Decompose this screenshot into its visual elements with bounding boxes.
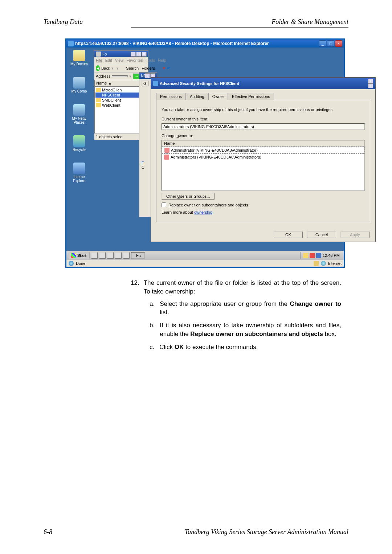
- desktop-icon-mynet[interactable]: My Netw Places: [67, 104, 91, 124]
- mydocs-icon: [73, 50, 85, 61]
- desktop-icon-mycomp[interactable]: My Comp: [67, 77, 91, 93]
- desktop-label: Recycle: [73, 148, 86, 152]
- explorer-toolbar: ◄ Back ▾ ▾ Search Folders ✕ ↶: [94, 64, 148, 72]
- ie-titlebar: https://146.59.102.27:8098 - VIKING-E40C…: [66, 40, 344, 48]
- replace-owner-checkbox[interactable]: Replace owner on subcontainers and objec…: [162, 202, 365, 207]
- tab-effective[interactable]: Effective Permissions: [228, 93, 274, 100]
- taskbar: Start F:\ 12:46 PM: [66, 251, 344, 260]
- menu-file[interactable]: File: [96, 58, 102, 63]
- change-owner-label: Change owner to:: [162, 134, 365, 138]
- cancel-button[interactable]: Cancel: [307, 231, 336, 238]
- explorer-menubar: File Edit View Favorites Tools Help: [94, 57, 148, 64]
- owner-panel: You can take or assign ownership of this…: [156, 100, 370, 222]
- adv-title-text: Advanced Security Settings for NFSClient: [160, 81, 368, 86]
- close-button[interactable]: ×: [368, 83, 373, 88]
- folders-label[interactable]: Folders: [142, 66, 155, 70]
- page-number: 6-8: [44, 528, 116, 536]
- tab-auditing[interactable]: Auditing: [186, 93, 208, 100]
- mynet-icon: [73, 104, 85, 116]
- delete-icon[interactable]: ✕: [162, 66, 166, 71]
- sub-a-num: a.: [150, 300, 155, 317]
- quicklaunch-icon[interactable]: [107, 252, 114, 259]
- search-label[interactable]: Search: [126, 66, 139, 70]
- menu-view[interactable]: View: [115, 58, 124, 63]
- owner-row[interactable]: Administrators (VIKING-E40CD3A8\Administ…: [162, 154, 364, 160]
- adv-titlebar: Advanced Security Settings for NFSClient…: [151, 78, 375, 89]
- help-button[interactable]: ?: [145, 73, 150, 78]
- drive-icon: [96, 52, 101, 57]
- current-owner-label: Current owner of this item:: [162, 117, 365, 121]
- group-icon: [164, 155, 169, 160]
- windows-flag-icon: [71, 253, 76, 258]
- taskbar-task[interactable]: F:\: [131, 252, 145, 259]
- desktop-icon-ie[interactable]: Interne Explore: [67, 163, 91, 183]
- exp-max-button[interactable]: □: [136, 52, 141, 57]
- tray-icon[interactable]: [316, 253, 321, 258]
- other-users-button[interactable]: Other Users or Groups...: [162, 193, 215, 200]
- back-label[interactable]: Back: [101, 66, 110, 70]
- apply-button[interactable]: Apply: [340, 231, 369, 238]
- user-icon: [164, 148, 170, 153]
- tab-owner[interactable]: Owner: [208, 93, 228, 100]
- folder-icon: [96, 93, 101, 97]
- header-rule: [131, 27, 348, 28]
- desktop-label: Interne Explore: [73, 175, 85, 183]
- help-button[interactable]: ?: [368, 79, 373, 83]
- menu-tools[interactable]: Tools: [146, 58, 155, 63]
- folder-icon: [96, 98, 101, 102]
- recycle-icon: [73, 135, 85, 147]
- sub-c-num: c.: [150, 343, 154, 352]
- step-text: The current owner of the file or folder …: [144, 279, 341, 296]
- exp-min-button[interactable]: _: [131, 52, 136, 57]
- sub-a-text: Select the appropriate user or group fro…: [160, 300, 341, 317]
- desktop-icon-recycle[interactable]: Recycle: [67, 135, 91, 152]
- tray-icon[interactable]: [303, 253, 308, 258]
- minimize-button[interactable]: _: [319, 40, 326, 47]
- adv-tabs: Permissions Auditing Owner Effective Per…: [156, 93, 370, 100]
- close-button[interactable]: ×: [335, 40, 342, 47]
- header-right: Folder & Share Management: [271, 18, 348, 26]
- header-left: Tandberg Data: [44, 18, 83, 26]
- clock: 12:46 PM: [323, 253, 340, 258]
- manual-title: Tandberg Viking Series Storage Server Ad…: [116, 528, 348, 536]
- exp-close-button[interactable]: ×: [142, 52, 147, 57]
- quicklaunch-icon[interactable]: [91, 252, 98, 259]
- tab-general[interactable]: G: [142, 81, 148, 86]
- ie-window-title: https://146.59.102.27:8098 - VIKING-E40C…: [75, 41, 318, 46]
- document-body: 12. The current owner of the file or fol…: [131, 279, 341, 352]
- explorer-title: F:\: [102, 52, 107, 56]
- menu-edit[interactable]: Edit: [105, 58, 112, 63]
- screenshot-figure: https://146.59.102.27:8098 - VIKING-E40C…: [65, 38, 345, 268]
- ownership-link[interactable]: ownership: [194, 210, 212, 214]
- maximize-button[interactable]: □: [327, 40, 334, 47]
- internet-zone-icon: [321, 261, 326, 266]
- quicklaunch-icon[interactable]: [123, 252, 130, 259]
- ok-button[interactable]: OK: [274, 231, 303, 238]
- owner-row[interactable]: Administrator (VIKING-E40CD3A8\Administr…: [162, 147, 364, 154]
- replace-checkbox-input[interactable]: [162, 202, 166, 207]
- address-label: Address: [96, 74, 110, 78]
- quicklaunch-icon[interactable]: [99, 252, 106, 259]
- status-text: Done: [76, 261, 85, 266]
- explorer-titlebar: F:\ _ □ ×: [94, 51, 148, 57]
- current-owner-field: Administrators (VIKING-E40CD3A8\Administ…: [162, 123, 365, 130]
- tray-icon[interactable]: [310, 253, 315, 258]
- owner-description: You can take or assign ownership of this…: [162, 107, 365, 112]
- tab-permissions[interactable]: Permissions: [156, 93, 186, 100]
- remote-desktop-area: My Docum My Comp My Netw Places Recycle …: [66, 48, 344, 251]
- sub-c-text: Click OK to execute the commands.: [159, 343, 258, 352]
- desktop-label: My Comp: [72, 89, 87, 93]
- undo-icon[interactable]: ↶: [167, 66, 170, 71]
- step-number: 12.: [131, 279, 139, 296]
- address-field[interactable]: [112, 75, 128, 77]
- menu-help[interactable]: Help: [158, 58, 166, 63]
- desktop-icon-mydocs[interactable]: My Docum: [67, 50, 91, 66]
- advanced-security-dialog: Advanced Security Settings for NFSClient…: [151, 77, 376, 242]
- lock-icon: [314, 261, 319, 266]
- menu-fav[interactable]: Favorites: [126, 58, 143, 63]
- start-button[interactable]: Start: [68, 252, 90, 259]
- quicklaunch-icon[interactable]: [115, 252, 122, 259]
- desktop-label: My Netw Places: [72, 116, 86, 124]
- back-icon[interactable]: ◄: [96, 65, 100, 71]
- desktop-label: My Docum: [70, 62, 88, 66]
